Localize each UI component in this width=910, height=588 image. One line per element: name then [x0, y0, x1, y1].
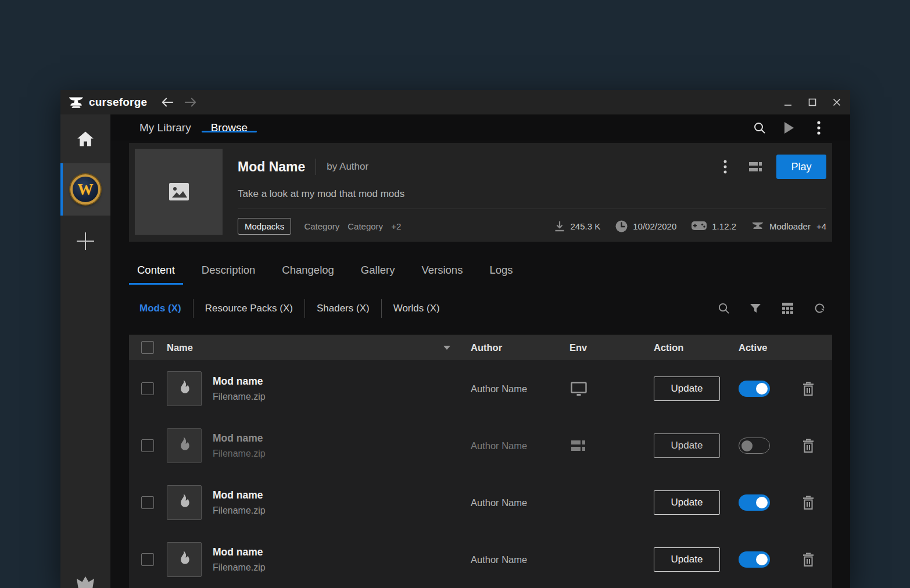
- tab-changelog[interactable]: Changelog: [274, 260, 342, 289]
- downloads-stat: 245.3 K: [554, 221, 600, 232]
- row-checkbox[interactable]: [141, 439, 154, 452]
- active-toggle[interactable]: [739, 551, 770, 568]
- search-icon[interactable]: [753, 121, 766, 134]
- crown-icon: [73, 575, 98, 588]
- home-icon: [77, 131, 94, 147]
- active-toggle[interactable]: [739, 494, 770, 511]
- sidebar-spacer: [60, 267, 110, 561]
- app-window: curseforge: [60, 90, 850, 588]
- row-checkbox[interactable]: [141, 496, 154, 509]
- download-icon: [554, 221, 565, 232]
- modpacks-badge[interactable]: Modpacks: [238, 218, 291, 235]
- mod-author-byline: by Author: [327, 161, 368, 173]
- minimize-icon[interactable]: [783, 98, 792, 107]
- sidebar: W: [60, 114, 110, 588]
- tab-my-library[interactable]: My Library: [130, 114, 200, 141]
- sidebar-item-world-of-warcraft[interactable]: W: [60, 163, 110, 216]
- update-button[interactable]: Update: [654, 377, 720, 401]
- subtab-worlds[interactable]: Worlds (X): [382, 303, 452, 314]
- mod-thumbnail: [135, 149, 223, 235]
- mod-name: Mod name: [213, 375, 263, 388]
- add-game-button[interactable]: [60, 216, 110, 267]
- mod-name: Mod name: [213, 489, 263, 501]
- server-env-icon: [571, 439, 586, 452]
- delete-icon[interactable]: [802, 382, 815, 396]
- table-row: Mod name Filename.zip Author Name Update: [129, 531, 832, 588]
- categories-more[interactable]: +2: [391, 221, 401, 231]
- mod-kebab-menu-icon[interactable]: [718, 160, 732, 174]
- table-row: Mod name Filename.zip Author Name Update: [129, 360, 832, 417]
- kebab-menu-icon[interactable]: [812, 121, 825, 134]
- tab-logs[interactable]: Logs: [481, 260, 521, 289]
- updated-date-stat: 10/02/2020: [615, 220, 676, 232]
- column-name[interactable]: Name: [167, 342, 193, 353]
- curseforge-anvil-icon: [69, 96, 84, 109]
- active-toggle[interactable]: [739, 438, 770, 454]
- delete-icon[interactable]: [802, 496, 815, 510]
- category-tag[interactable]: Category: [347, 221, 383, 231]
- grid-view-icon[interactable]: [781, 302, 794, 315]
- wow-game-icon: W: [70, 174, 101, 205]
- update-button[interactable]: Update: [654, 433, 720, 458]
- back-arrow-icon[interactable]: [161, 97, 174, 107]
- mod-description: Take a look at my mod that mod mods: [238, 188, 826, 200]
- tab-content[interactable]: Content: [129, 260, 183, 289]
- select-all-checkbox[interactable]: [141, 341, 154, 354]
- column-author[interactable]: Author: [452, 342, 569, 353]
- play-icon[interactable]: [783, 121, 796, 134]
- modloader-stat: Modloader +4: [751, 221, 826, 231]
- active-toggle[interactable]: [739, 381, 770, 397]
- play-button[interactable]: Play: [776, 155, 826, 179]
- active-indicator: [60, 163, 63, 216]
- column-action[interactable]: Action: [654, 342, 739, 353]
- subtab-shaders[interactable]: Shaders (X): [305, 303, 381, 314]
- mod-author: Author Name: [471, 497, 527, 508]
- category-tag[interactable]: Category: [304, 221, 339, 231]
- tab-versions[interactable]: Versions: [413, 260, 471, 289]
- mod-filename: Filename.zip: [213, 449, 266, 459]
- maximize-icon[interactable]: [808, 98, 816, 107]
- mod-author: Author Name: [471, 440, 527, 451]
- mod-name: Mod name: [213, 546, 263, 558]
- mod-filename: Filename.zip: [213, 505, 266, 516]
- sort-caret-icon[interactable]: [443, 346, 450, 350]
- filter-icon[interactable]: [749, 302, 762, 315]
- clock-icon: [615, 220, 628, 232]
- mod-name: Mod name: [213, 432, 263, 444]
- subtab-mods[interactable]: Mods (X): [129, 303, 193, 314]
- mods-table: Name Author Env Action Active: [129, 335, 832, 588]
- mod-flame-icon: [167, 485, 202, 520]
- env-cell: [569, 439, 654, 452]
- row-checkbox[interactable]: [141, 382, 154, 395]
- subtab-resource-packs[interactable]: Resource Packs (X): [194, 303, 304, 314]
- delete-icon[interactable]: [802, 553, 815, 567]
- content-tabs: Content Description Changelog Gallery Ve…: [129, 260, 832, 289]
- forward-arrow-icon[interactable]: [184, 97, 197, 107]
- server-profile-icon[interactable]: [748, 160, 762, 174]
- tab-browse[interactable]: Browse: [202, 114, 257, 141]
- table-row: Mod name Filename.zip Author Name Update: [129, 474, 832, 531]
- update-button[interactable]: Update: [654, 547, 720, 572]
- column-env[interactable]: Env: [569, 342, 654, 353]
- delete-icon[interactable]: [802, 439, 815, 453]
- column-active[interactable]: Active: [739, 342, 800, 353]
- update-button[interactable]: Update: [654, 490, 720, 515]
- sidebar-item-favorites[interactable]: [60, 561, 110, 588]
- refresh-icon[interactable]: [813, 302, 826, 315]
- close-icon[interactable]: [832, 98, 841, 107]
- game-version-stat: 1.12.2: [692, 221, 736, 231]
- mod-flame-icon: [167, 542, 202, 577]
- table-search-icon[interactable]: [717, 302, 730, 315]
- divider: [316, 159, 316, 175]
- mod-author: Author Name: [471, 554, 527, 565]
- tab-gallery[interactable]: Gallery: [353, 260, 403, 289]
- table-header: Name Author Env Action Active: [129, 335, 832, 360]
- mod-filename: Filename.zip: [213, 392, 266, 402]
- tab-description[interactable]: Description: [194, 260, 264, 289]
- client-env-icon: [571, 382, 587, 396]
- row-checkbox[interactable]: [141, 553, 154, 566]
- content-subtabs: Mods (X) Resource Packs (X) Shaders (X) …: [129, 295, 832, 321]
- gamepad-icon: [692, 221, 707, 231]
- mod-header-card: Mod Name by Author Play: [129, 143, 832, 242]
- sidebar-item-home[interactable]: [60, 114, 110, 163]
